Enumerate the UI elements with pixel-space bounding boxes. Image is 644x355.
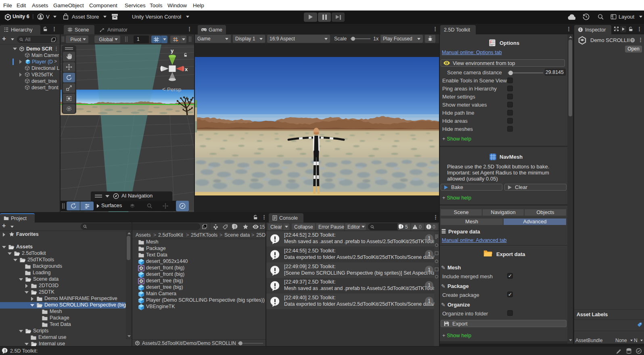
svg-text:?: ? [631, 38, 634, 42]
svg-text:Y: Y [155, 38, 157, 42]
